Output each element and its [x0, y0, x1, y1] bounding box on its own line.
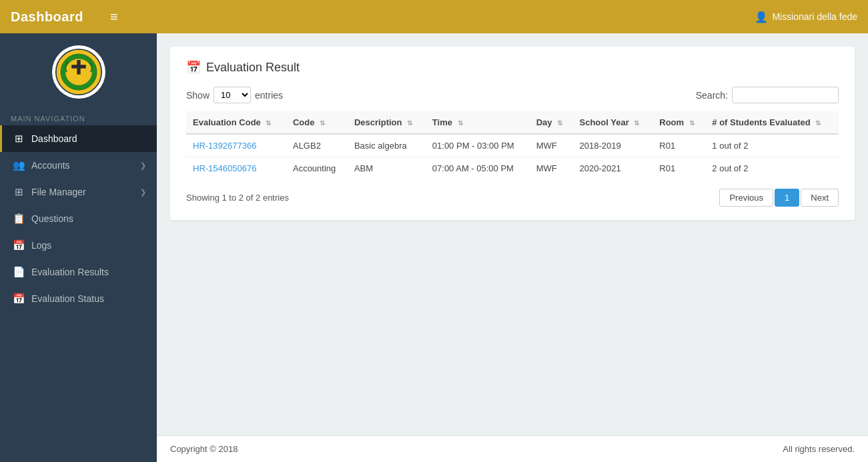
- entries-label: entries: [255, 90, 283, 101]
- show-entries-control: Show 10 25 50 100 entries: [186, 87, 283, 103]
- dashboard-icon: ⊞: [13, 133, 25, 145]
- sort-icon-day[interactable]: ⇅: [557, 119, 562, 127]
- cell-school-year-1: 2020-2021: [573, 157, 653, 180]
- cell-school-year-0: 2018-2019: [573, 134, 653, 157]
- logo-circle: [52, 45, 105, 99]
- copyright-text: Copyright © 2018: [170, 444, 238, 454]
- layout: MAIN NAVIGATION ⊞ Dashboard 👥 Accounts ❯…: [0, 33, 868, 462]
- main-content: 📅 Evaluation Result Show 10 25 50 100 en…: [157, 33, 868, 462]
- user-info: 👤 Missionari della fede: [755, 11, 857, 23]
- logo-svg: [55, 48, 103, 96]
- entries-select[interactable]: 10 25 50 100: [213, 87, 251, 103]
- evaluation-result-card: 📅 Evaluation Result Show 10 25 50 100 en…: [170, 47, 855, 220]
- sort-icon-room[interactable]: ⇅: [689, 119, 695, 127]
- eval-code-link-0[interactable]: HR-1392677366: [193, 141, 256, 151]
- app-title: Dashboard: [11, 9, 83, 25]
- chevron-right-icon-2: ❯: [140, 188, 146, 197]
- sidebar-item-accounts[interactable]: 👥 Accounts ❯: [0, 152, 157, 179]
- chevron-right-icon: ❯: [140, 161, 146, 170]
- eval-status-icon: 📅: [13, 293, 25, 305]
- sidebar-item-evaluation-results[interactable]: 📄 Evaluation Results: [0, 259, 157, 285]
- hamburger-icon[interactable]: ≡: [110, 9, 118, 25]
- table-footer: Showing 1 to 2 of 2 entries Previous 1 N…: [186, 189, 839, 207]
- sidebar-item-label-questions: Questions: [31, 213, 146, 224]
- table-row: HR-1546050676 Accounting ABM 07:00 AM - …: [186, 157, 839, 180]
- sidebar-logo: [0, 33, 157, 108]
- calendar-icon: 📅: [186, 60, 201, 75]
- cell-day-1: MWF: [530, 157, 573, 180]
- table-body: HR-1392677366 ALGB2 Basic algebra 01:00 …: [186, 134, 839, 179]
- rights-text: All rights reserved.: [783, 444, 855, 454]
- questions-icon: 📋: [13, 213, 25, 225]
- sidebar-item-label-eval-status: Evaluation Status: [31, 293, 146, 304]
- cell-eval-code-1: HR-1546050676: [186, 157, 286, 180]
- logs-icon: 📅: [13, 239, 25, 251]
- table-head: Evaluation Code ⇅ Code ⇅ Description ⇅: [186, 111, 839, 134]
- cell-day-0: MWF: [530, 134, 573, 157]
- user-icon: 👤: [755, 11, 768, 23]
- col-evaluation-code: Evaluation Code ⇅: [186, 111, 286, 134]
- card-title: 📅 Evaluation Result: [186, 60, 839, 75]
- sidebar-item-questions[interactable]: 📋 Questions: [0, 205, 157, 232]
- col-code: Code ⇅: [286, 111, 348, 134]
- file-manager-icon: ⊞: [13, 186, 25, 198]
- sort-icon-school-year[interactable]: ⇅: [634, 119, 639, 127]
- page-footer: Copyright © 2018 All rights reserved.: [157, 435, 868, 462]
- col-room: Room ⇅: [653, 111, 705, 134]
- col-time: Time ⇅: [426, 111, 530, 134]
- cell-description-1: ABM: [348, 157, 426, 180]
- eval-code-link-1[interactable]: HR-1546050676: [193, 163, 256, 173]
- showing-info: Showing 1 to 2 of 2 entries: [186, 193, 289, 203]
- sort-icon-code[interactable]: ⇅: [320, 119, 325, 127]
- cell-time-0: 01:00 PM - 03:00 PM: [426, 134, 530, 157]
- sidebar-item-label-eval-results: Evaluation Results: [31, 267, 146, 277]
- col-students-evaluated: # of Students Evaluated ⇅: [705, 111, 839, 134]
- sort-icon-description[interactable]: ⇅: [407, 119, 412, 127]
- svg-rect-4: [71, 65, 86, 68]
- sidebar-section-label: MAIN NAVIGATION: [0, 108, 157, 125]
- username-label: Missionari della fede: [772, 11, 857, 22]
- previous-button[interactable]: Previous: [719, 189, 773, 207]
- sidebar-item-label-file-manager: File Manager: [31, 187, 133, 197]
- cell-description-0: Basic algebra: [348, 134, 426, 157]
- sidebar-item-logs[interactable]: 📅 Logs: [0, 232, 157, 259]
- sort-icon-time[interactable]: ⇅: [458, 119, 463, 127]
- sidebar: MAIN NAVIGATION ⊞ Dashboard 👥 Accounts ❯…: [0, 33, 157, 462]
- table-header-row: Evaluation Code ⇅ Code ⇅ Description ⇅: [186, 111, 839, 134]
- content-area: 📅 Evaluation Result Show 10 25 50 100 en…: [157, 33, 868, 435]
- accounts-icon: 👥: [13, 159, 25, 171]
- sidebar-item-evaluation-status[interactable]: 📅 Evaluation Status: [0, 285, 157, 312]
- cell-students-0: 1 out of 2: [705, 134, 839, 157]
- search-label: Search:: [696, 90, 728, 101]
- cell-code-0: ALGB2: [286, 134, 348, 157]
- cell-code-1: Accounting: [286, 157, 348, 180]
- topnav-left: Dashboard ≡: [11, 9, 118, 25]
- sort-icon-eval-code[interactable]: ⇅: [266, 119, 271, 127]
- page-title: Evaluation Result: [206, 61, 300, 75]
- pagination: Previous 1 Next: [719, 189, 839, 207]
- sidebar-item-file-manager[interactable]: ⊞ File Manager ❯: [0, 179, 157, 205]
- cell-students-1: 2 out of 2: [705, 157, 839, 180]
- next-button[interactable]: Next: [801, 189, 839, 207]
- cell-time-1: 07:00 AM - 05:00 PM: [426, 157, 530, 180]
- sort-icon-students[interactable]: ⇅: [815, 119, 821, 127]
- cell-eval-code-0: HR-1392677366: [186, 134, 286, 157]
- sidebar-item-label-logs: Logs: [31, 240, 146, 251]
- topnav: Dashboard ≡ 👤 Missionari della fede: [0, 0, 868, 33]
- search-input[interactable]: [732, 87, 839, 103]
- eval-results-icon: 📄: [13, 266, 25, 278]
- page-1-button[interactable]: 1: [775, 189, 799, 207]
- evaluation-table: Evaluation Code ⇅ Code ⇅ Description ⇅: [186, 111, 839, 179]
- cell-room-1: R01: [653, 157, 705, 180]
- table-controls: Show 10 25 50 100 entries Search:: [186, 87, 839, 103]
- table-row: HR-1392677366 ALGB2 Basic algebra 01:00 …: [186, 134, 839, 157]
- col-day: Day ⇅: [530, 111, 573, 134]
- show-label: Show: [186, 90, 209, 101]
- sidebar-item-label-dashboard: Dashboard: [31, 133, 146, 144]
- sidebar-item-dashboard[interactable]: ⊞ Dashboard: [0, 125, 157, 152]
- search-box: Search:: [696, 87, 839, 103]
- col-school-year: School Year ⇅: [573, 111, 653, 134]
- col-description: Description ⇅: [348, 111, 426, 134]
- cell-room-0: R01: [653, 134, 705, 157]
- sidebar-item-label-accounts: Accounts: [31, 160, 133, 171]
